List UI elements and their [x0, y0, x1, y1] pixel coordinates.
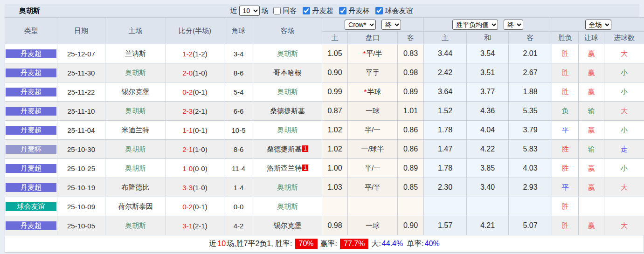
- recent-count-select[interactable]: 10: [239, 6, 260, 16]
- result-handicap: 赢: [579, 44, 604, 63]
- away-team: 桑德捷斯基: [253, 102, 322, 121]
- filter-checkbox-danish-superliga[interactable]: [303, 7, 310, 14]
- home-team: 荷尔斯泰因: [105, 197, 166, 216]
- match-date: 25-11-10: [57, 102, 105, 121]
- home-team-name: 布隆德比: [122, 183, 150, 191]
- league-badge: 丹麦超: [5, 159, 57, 178]
- home-team-name: 锡尔克堡: [122, 88, 150, 96]
- league-badge-label: 丹麦超: [6, 69, 56, 77]
- result-handicap: 赢: [579, 178, 604, 197]
- filter-checkbox-danish-cup[interactable]: [339, 7, 346, 14]
- home-team-name: 奥胡斯: [125, 107, 146, 115]
- match-row: 丹麦超25-10-05奥胡斯3-1(2-1)4-2锡尔克堡0.98一球0.901…: [5, 216, 644, 235]
- halftime-score: (0-0): [193, 165, 208, 172]
- big-rate-value: 44.4%: [382, 240, 403, 248]
- col-header-home: 主场: [105, 18, 166, 44]
- asia-odds-away: 0.86: [398, 140, 424, 159]
- league-badge: 丹麦杯: [5, 140, 57, 159]
- away-team: 奥胡斯: [253, 178, 322, 197]
- same-venue-checkbox[interactable]: [273, 7, 281, 14]
- asia-odds-home: [322, 197, 348, 216]
- subheader-winloss: 胜负: [552, 32, 579, 44]
- fulltime-score: 2-0: [182, 69, 193, 77]
- eu-odds-draw: 4.22: [467, 140, 509, 159]
- away-team-name: 哥本哈根: [274, 69, 302, 76]
- col-header-corners: 角球: [224, 18, 253, 44]
- away-team: 奥胡斯: [253, 44, 322, 63]
- eu-odds-draw: 3.85: [467, 159, 509, 178]
- score: 2-0(1-0): [166, 63, 224, 82]
- asia-odds-away: [398, 197, 424, 216]
- title-bar: 奥胡斯 近 10 场 同客 丹麦超 丹麦杯 球会友谊: [5, 4, 639, 17]
- odd-rate-value: 40%: [425, 240, 440, 248]
- asia-company-select[interactable]: Crow*: [345, 20, 376, 30]
- asia-handicap: [348, 197, 398, 216]
- asia-odds-home: 0.90: [322, 63, 348, 82]
- win-rate-badge: 70%: [295, 239, 318, 249]
- asia-odds-home: 1.02: [322, 121, 348, 140]
- asia-handicap: *平/半: [348, 44, 398, 63]
- result-goals: 小: [604, 159, 644, 178]
- home-team: 奥胡斯: [105, 216, 166, 235]
- fulltime-score: 0-2: [182, 203, 193, 211]
- fulltime-score: 1-1: [182, 126, 193, 134]
- result-winloss: 平: [552, 178, 579, 197]
- asia-odds-home: 1.00: [322, 159, 348, 178]
- subheader-handicap-result: 让球: [579, 32, 604, 44]
- handicap-changed-star: *: [363, 49, 366, 57]
- halftime-score: (1-0): [193, 184, 208, 192]
- match-date: 25-12-07: [57, 44, 105, 63]
- result-handicap: 输: [579, 102, 604, 121]
- red-card-badge: 1: [302, 165, 308, 171]
- recent-label: 近: [230, 7, 237, 15]
- league-badge-label: 丹麦超: [6, 88, 56, 96]
- europe-state-select[interactable]: 终: [504, 20, 523, 30]
- result-goals: 大: [604, 44, 644, 63]
- away-team-name: 奥胡斯: [277, 202, 298, 210]
- footer-summary: 场,胜7平2负1, 胜率:: [227, 239, 292, 249]
- league-badge-label: 丹麦超: [6, 164, 56, 173]
- asia-handicap: 一球: [348, 102, 398, 121]
- eu-odds-away: 2.93: [509, 178, 552, 197]
- asia-odds-away: 0.85: [398, 178, 424, 197]
- fulltime-score: 1-2: [182, 50, 193, 58]
- filter-checkbox-club-friendly[interactable]: [375, 7, 383, 14]
- halftime-score: (1-2): [193, 50, 208, 58]
- asia-handicap: 半/一: [348, 121, 398, 140]
- score: 3-3(1-0): [166, 178, 224, 197]
- result-goals: 大: [604, 178, 644, 197]
- away-team-name: 奥胡斯: [277, 183, 298, 191]
- result-winloss: 胜: [552, 197, 579, 216]
- eu-odds-home: 1.78: [424, 121, 467, 140]
- eu-odds-away: 5.07: [509, 216, 552, 235]
- league-badge-label: 丹麦杯: [6, 145, 56, 154]
- filter-label-danish-cup: 丹麦杯: [349, 7, 370, 15]
- halftime-score: (0-1): [193, 126, 208, 134]
- score: 2-3(2-1): [166, 102, 224, 121]
- asia-state-select[interactable]: 终: [381, 20, 401, 30]
- asia-odds-home: 1.02: [322, 140, 348, 159]
- away-team: 锡尔克堡: [253, 216, 322, 235]
- away-team-name: 洛斯查兰特: [267, 164, 302, 172]
- footer-recent-label: 近: [209, 239, 216, 249]
- result-winloss: 负: [552, 102, 579, 121]
- europe-company-select[interactable]: 胜平负均值: [452, 20, 498, 30]
- subheader-eu-away: 客: [509, 32, 552, 44]
- match-date: 25-10-25: [57, 159, 105, 178]
- league-badge-label: 丹麦超: [6, 107, 56, 116]
- result-scope-select[interactable]: 全场: [585, 20, 611, 30]
- eu-odds-draw: 4.04: [467, 121, 509, 140]
- asia-odds-group-header: Crow* 终: [322, 18, 424, 32]
- home-team-name: 奥胡斯: [125, 164, 146, 172]
- footer-match-count: 10: [217, 240, 226, 248]
- corners: 11-4: [224, 159, 253, 178]
- league-badge: 丹麦超: [5, 102, 57, 121]
- away-team: 奥胡斯: [253, 197, 322, 216]
- result-goals: 走: [604, 140, 644, 159]
- home-team-name: 兰讷斯: [125, 49, 146, 57]
- score: 0-2(0-1): [166, 82, 224, 102]
- match-row: 丹麦超25-11-30奥胡斯2-0(1-0)8-6哥本哈根0.90平手0.982…: [5, 63, 644, 82]
- match-table: 类型 日期 主场 比分(半场) 角球 客场 Crow* 终: [5, 17, 644, 235]
- league-badge: 丹麦超: [5, 216, 57, 235]
- asia-odds-away: 0.83: [398, 44, 424, 63]
